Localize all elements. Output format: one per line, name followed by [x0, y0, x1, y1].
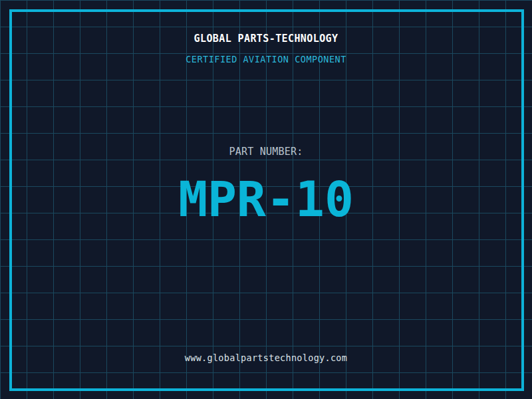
part-number-value: MPR-10	[0, 175, 532, 223]
part-number-label: PART NUMBER:	[0, 146, 532, 158]
website-url: www.globalpartstechnology.com	[0, 352, 532, 363]
company-name: GLOBAL PARTS-TECHNOLOGY	[0, 33, 532, 45]
placard-canvas: GLOBAL PARTS-TECHNOLOGY CERTIFIED AVIATI…	[0, 0, 532, 399]
certification-subtitle: CERTIFIED AVIATION COMPONENT	[0, 54, 532, 65]
